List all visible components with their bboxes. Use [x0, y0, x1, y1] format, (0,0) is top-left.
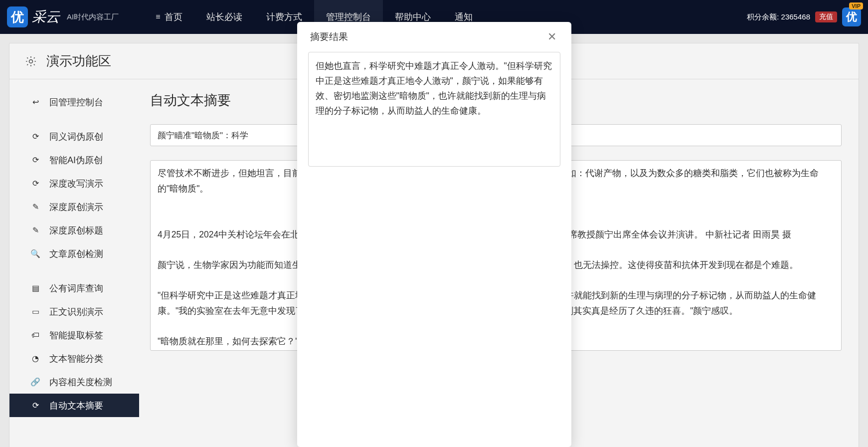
sidebar-item-relevance[interactable]: 🔗内容相关度检测 [9, 370, 139, 394]
sidebar-item-label: 深度改写演示 [49, 178, 103, 190]
link-icon: 🔗 [30, 377, 40, 387]
nav-webmaster[interactable]: 站长必读 [194, 0, 254, 34]
menu-icon: ≡ [156, 12, 160, 21]
points-value: 2365468 [781, 12, 810, 21]
sidebar-item-label: 同义词伪原创 [49, 131, 103, 143]
back-icon: ↩ [30, 97, 40, 107]
sidebar-item-label: 智能AI伪原创 [49, 154, 103, 166]
logo[interactable]: 优 采云 AI时代内容工厂 [7, 6, 119, 27]
summary-modal: 摘要结果 ✕ 但她也直言，科学研究中难题才真正令人激动。"但科学研究中正是这些难… [297, 22, 571, 447]
modal-title: 摘要结果 [310, 30, 348, 43]
sidebar-item-ai-rewrite[interactable]: ⟳智能AI伪原创 [9, 148, 139, 172]
sidebar-item-classify[interactable]: ◔文本智能分类 [9, 347, 139, 370]
refresh-icon: ⟳ [30, 179, 40, 188]
sidebar-item-orig-check[interactable]: 🔍文章原创检测 [9, 242, 139, 265]
sidebar-item-label: 文本智能分类 [49, 353, 103, 365]
sidebar-item-label: 内容相关度检测 [49, 376, 112, 388]
sidebar-item-label: 公有词库查询 [49, 282, 103, 294]
logo-badge: 优 [7, 6, 28, 27]
modal-body: 但她也直言，科学研究中难题才真正令人激动。"但科学研究中正是这些难题才真正地令人… [297, 52, 571, 167]
sidebar-item-synonym[interactable]: ⟳同义词伪原创 [9, 125, 139, 148]
refresh-icon: ⟳ [30, 401, 40, 410]
account-logo[interactable]: 优 VIP [842, 7, 861, 26]
pie-icon: ◔ [30, 354, 40, 363]
sidebar-item-summary[interactable]: ⟳自动文本摘要 [9, 394, 139, 417]
tagline: AI时代内容工厂 [67, 12, 119, 22]
sidebar-separator [9, 265, 139, 276]
sidebar-item-label: 深度原创标题 [49, 224, 103, 236]
monitor-icon: ▭ [30, 307, 40, 316]
nav-home[interactable]: ≡首页 [144, 0, 194, 34]
modal-header: 摘要结果 ✕ [297, 22, 571, 52]
close-icon[interactable]: ✕ [545, 28, 558, 45]
sidebar-item-label: 文章原创检测 [49, 248, 103, 260]
book-icon: ▤ [30, 283, 40, 293]
sidebar-item-orig-title[interactable]: ✎深度原创标题 [9, 219, 139, 242]
nav-label: 管理控制台 [326, 11, 371, 23]
summary-result: 但她也直言，科学研究中难题才真正令人激动。"但科学研究中正是这些难题才真正地令人… [308, 52, 560, 167]
header-right: 积分余额: 2365468 充值 优 VIP [747, 7, 861, 26]
sidebar-separator [9, 114, 139, 125]
refresh-icon: ⟳ [30, 155, 40, 165]
nav-label: 通知 [455, 11, 473, 23]
panel-title: 演示功能区 [46, 52, 111, 70]
sidebar-item-orig-demo[interactable]: ✎深度原创演示 [9, 195, 139, 219]
sidebar-item-deep-rewrite[interactable]: ⟳深度改写演示 [9, 172, 139, 195]
sidebar-item-back[interactable]: ↩回管理控制台 [9, 90, 139, 114]
sidebar: ↩回管理控制台 ⟳同义词伪原创 ⟳智能AI伪原创 ⟳深度改写演示 ✎深度原创演示… [9, 79, 139, 447]
points-balance: 积分余额: 2365468 [747, 12, 810, 22]
svg-point-0 [29, 59, 33, 63]
sidebar-item-label: 正文识别演示 [49, 306, 103, 318]
gear-icon [24, 55, 37, 68]
sidebar-item-label: 回管理控制台 [49, 96, 103, 108]
edit-icon: ✎ [30, 202, 40, 212]
sidebar-item-tags[interactable]: 🏷智能提取标签 [9, 323, 139, 347]
sidebar-item-label: 智能提取标签 [49, 329, 103, 341]
points-label: 积分余额: [747, 12, 779, 21]
tag-icon: 🏷 [30, 331, 40, 340]
nav-label: 首页 [165, 11, 182, 23]
nav-label: 站长必读 [206, 11, 242, 23]
nav-label: 帮助中心 [395, 11, 431, 23]
vip-badge: VIP [849, 2, 863, 9]
account-logo-char: 优 [846, 9, 857, 24]
sidebar-item-dict[interactable]: ▤公有词库查询 [9, 276, 139, 300]
sidebar-item-body-detect[interactable]: ▭正文识别演示 [9, 300, 139, 323]
nav-label: 计费方式 [266, 11, 302, 23]
refresh-icon: ⟳ [30, 132, 40, 141]
sidebar-item-label: 自动文本摘要 [49, 400, 103, 412]
sidebar-item-label: 深度原创演示 [49, 201, 103, 213]
recharge-button[interactable]: 充值 [815, 11, 837, 22]
search-icon: 🔍 [30, 249, 40, 258]
edit-icon: ✎ [30, 225, 40, 235]
logo-text: 采云 [32, 7, 60, 26]
